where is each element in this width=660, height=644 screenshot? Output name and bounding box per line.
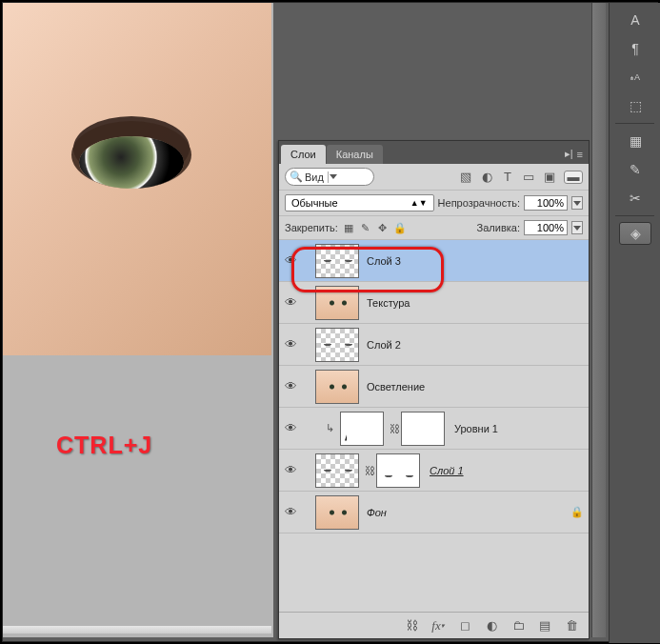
filter-adjustment-icon[interactable]: ◐: [480, 171, 493, 184]
filter-shape-icon[interactable]: ▭: [522, 171, 535, 184]
blend-mode-select[interactable]: Обычные ▲▼: [285, 194, 434, 211]
filter-type-icon[interactable]: T: [501, 171, 514, 184]
filter-label: Вид: [305, 171, 324, 183]
blend-row: Обычные ▲▼ Непрозрачность: 100%: [279, 191, 589, 216]
layer-thumbnail[interactable]: [315, 286, 359, 320]
layer-row[interactable]: 👁 Слой 2: [279, 324, 589, 366]
layer-mask[interactable]: [401, 412, 445, 446]
filter-smart-icon[interactable]: ▣: [543, 171, 556, 184]
lock-image-icon[interactable]: ✎: [359, 221, 372, 234]
document-image: [3, 3, 271, 355]
visibility-icon[interactable]: 👁: [281, 505, 300, 519]
visibility-icon[interactable]: 👁: [281, 253, 300, 268]
layer-row[interactable]: 👁 ⛓ Слой 1: [279, 450, 589, 492]
layer-thumbnail[interactable]: [315, 370, 359, 404]
adjustment-thumbnail[interactable]: [340, 412, 384, 446]
layer-mask[interactable]: [376, 453, 420, 488]
layer-thumbnail[interactable]: [315, 495, 359, 530]
panel-footer: ⛓ fx▾ ◻ ◐ 🗀 ▤ 🗑: [279, 612, 589, 638]
visibility-icon[interactable]: 👁: [281, 463, 300, 477]
layer-thumbnail[interactable]: [315, 244, 359, 278]
tab-channels[interactable]: Каналы: [327, 145, 383, 164]
layer-row[interactable]: 👁 Слой 3: [279, 240, 589, 282]
character-panel-icon[interactable]: A: [619, 9, 651, 31]
tools-panel-icon[interactable]: ✂: [619, 187, 651, 210]
lock-transparent-icon[interactable]: ▦: [342, 221, 355, 234]
lock-all-icon[interactable]: 🔒: [393, 221, 407, 234]
layers-panel: Слои Каналы ▸| ≡ 🔍 Вид ▧ ◐ T ▭ ▣ ▬: [278, 140, 590, 639]
add-mask-icon[interactable]: ◻: [457, 618, 472, 634]
collapse-icon[interactable]: ▸|: [565, 148, 573, 160]
new-layer-icon[interactable]: ▤: [537, 618, 552, 634]
clip-icon: ↳: [323, 422, 336, 434]
layer-name[interactable]: Слой 1: [426, 465, 587, 476]
visibility-icon[interactable]: 👁: [281, 379, 300, 393]
layer-name[interactable]: Уровни 1: [450, 423, 587, 434]
shortcut-overlay: CTRL+J: [56, 432, 152, 459]
swatches-panel-icon[interactable]: ▦: [619, 130, 651, 152]
tool-rail: A ¶ ₼A ⬚ ▦ ✎ ✂ ◈: [609, 3, 660, 643]
filter-toggle-icon[interactable]: ▬: [564, 171, 583, 184]
new-group-icon[interactable]: 🗀: [510, 618, 526, 634]
visibility-icon[interactable]: 👁: [281, 337, 300, 352]
lock-label: Закрепить:: [285, 222, 338, 233]
delete-layer-icon[interactable]: 🗑: [564, 618, 579, 634]
link-layers-icon[interactable]: ⛓: [404, 618, 419, 634]
lock-icon: 🔒: [568, 506, 587, 518]
fill-input[interactable]: 100%: [524, 220, 568, 235]
lock-position-icon[interactable]: ✥: [376, 221, 390, 234]
adjustment-layer-icon[interactable]: ◐: [484, 618, 499, 634]
visibility-icon[interactable]: 👁: [281, 421, 300, 435]
layer-thumbnail[interactable]: [315, 453, 359, 488]
panel-tabs: Слои Каналы ▸| ≡: [279, 141, 589, 164]
visibility-icon[interactable]: 👁: [281, 295, 300, 310]
layer-name[interactable]: Текстура: [363, 297, 587, 309]
filter-row: 🔍 Вид ▧ ◐ T ▭ ▣ ▬: [279, 164, 589, 191]
link-icon[interactable]: ⛓: [388, 423, 401, 434]
paragraph-panel-icon[interactable]: ¶: [619, 37, 651, 60]
fill-dropdown-icon[interactable]: [571, 221, 583, 234]
layer-row[interactable]: 👁 Фон 🔒: [279, 492, 589, 533]
layer-row[interactable]: 👁 Осветление: [279, 366, 589, 408]
lock-row: Закрепить: ▦ ✎ ✥ 🔒 Заливка: 100%: [279, 216, 589, 240]
layer-thumbnail[interactable]: [315, 328, 359, 362]
link-icon[interactable]: ⛓: [363, 465, 376, 476]
opacity-dropdown-icon[interactable]: [571, 196, 583, 210]
filter-pixels-icon[interactable]: ▧: [459, 171, 472, 184]
layer-name[interactable]: Слой 2: [363, 339, 587, 351]
layer-list: 👁 Слой 3 👁 Текстура 👁 Слой 2 👁: [279, 240, 589, 612]
layer-filter-type[interactable]: 🔍 Вид: [285, 168, 374, 186]
layer-name[interactable]: Осветление: [363, 381, 587, 392]
layers-panel-icon[interactable]: ◈: [619, 222, 651, 245]
opacity-input[interactable]: 100%: [524, 195, 568, 211]
layer-name[interactable]: Слой 3: [363, 255, 587, 267]
glyph-panel-icon[interactable]: ₼A: [619, 66, 651, 89]
opacity-label: Непрозрачность:: [438, 197, 520, 209]
fill-label: Заливка:: [477, 222, 520, 233]
canvas-area: CTRL+J: [3, 3, 273, 637]
layer-row[interactable]: 👁 Текстура: [279, 282, 589, 324]
brush-panel-icon[interactable]: ✎: [619, 158, 651, 181]
fx-icon[interactable]: fx▾: [430, 618, 446, 634]
layer-row[interactable]: 👁 ↳ ⛓ Уровни 1: [279, 408, 589, 450]
3d-panel-icon[interactable]: ⬚: [619, 94, 651, 117]
scrollbar-vertical[interactable]: [591, 3, 606, 637]
tab-layers[interactable]: Слои: [281, 145, 326, 164]
panel-menu-icon[interactable]: ≡: [577, 149, 583, 160]
layer-name[interactable]: Фон: [363, 507, 568, 518]
